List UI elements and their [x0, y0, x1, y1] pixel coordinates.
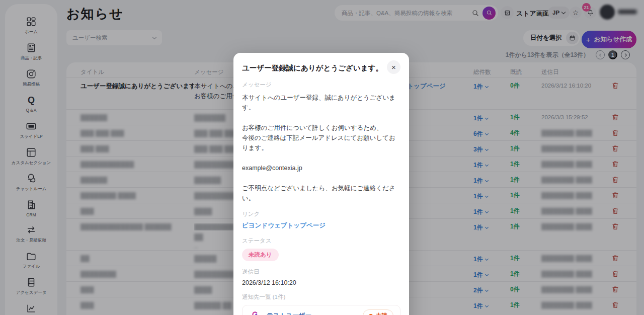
sent-date-value: 2026/3/12 16:10:20 [242, 279, 400, 286]
close-icon: × [391, 63, 396, 71]
announcement-detail-modal: ユーザー登録誠にありがとうございます。 × メッセージ 本サイトへのユーザー登録… [233, 53, 409, 315]
recipient-unread-pill: 未読 [363, 309, 393, 315]
recipient-name-link[interactable]: テストユーザー [267, 311, 311, 315]
link-label: リンク [242, 210, 400, 218]
close-button[interactable]: × [387, 60, 400, 74]
status-badge: 未読あり [242, 249, 279, 261]
contexia-logo: CONTEXIA [249, 310, 260, 315]
app-window: ホーム 商品・記事 簡易投稿 Q Q＆A スライドLP カスタムセクション [0, 0, 644, 315]
recipients-label: 通知先一覧 (1件) [242, 293, 400, 301]
sent-date-label: 送信日 [242, 268, 400, 276]
recipient-row: CONTEXIA テストユーザー 未読 [242, 305, 400, 315]
message-label: メッセージ [242, 81, 400, 89]
message-body: 本サイトへのユーザー登録、誠にありがとうございます。 お客様のご用件について詳し… [242, 93, 400, 203]
beyond-web-top-page-link[interactable]: ビヨンドウェブトップページ [242, 221, 326, 230]
modal-title: ユーザー登録誠にありがとうございます。 [242, 60, 383, 73]
status-label: ステータス [242, 237, 400, 245]
